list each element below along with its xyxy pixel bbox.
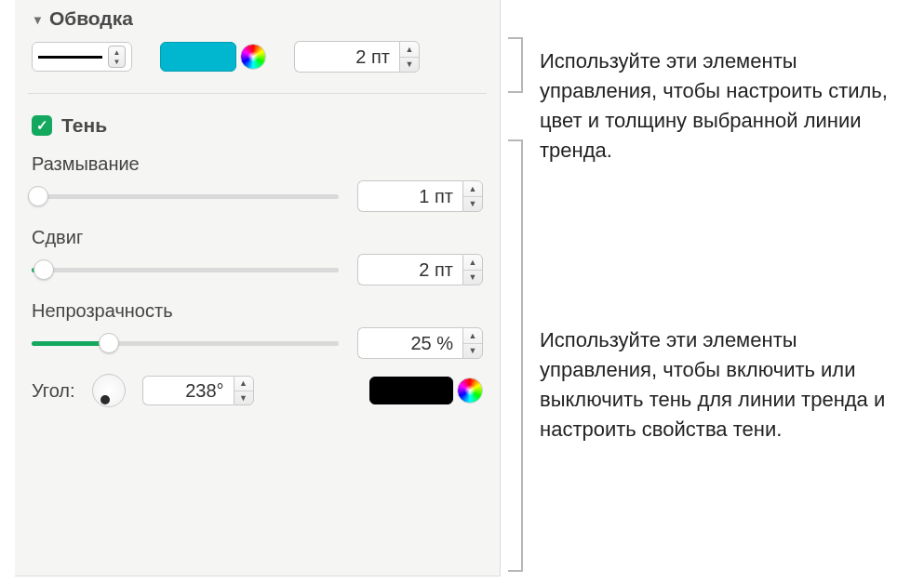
callout-shadow-text: Используйте эти элементы управления, что… — [540, 325, 912, 444]
stepper-up-icon[interactable]: ▲ — [463, 181, 482, 197]
stepper-down-icon[interactable]: ▼ — [400, 58, 419, 73]
callout-bracket-shadow — [510, 139, 523, 572]
offset-stepper[interactable]: 2 пт ▲ ▼ — [357, 254, 483, 285]
stepper-up-icon[interactable]: ▲ — [463, 255, 482, 271]
callout-bracket-stroke — [510, 37, 523, 93]
opacity-label: Непрозрачность — [32, 300, 483, 322]
stepper-up-icon[interactable]: ▲ — [463, 328, 482, 344]
color-wheel-icon[interactable] — [240, 44, 266, 70]
opacity-stepper[interactable]: 25 % ▲ ▼ — [357, 327, 483, 359]
shadow-color-group — [369, 377, 483, 404]
stepper-down-icon[interactable]: ▼ — [234, 391, 253, 405]
offset-input[interactable]: 2 пт — [357, 254, 462, 285]
stroke-title: Обводка — [49, 7, 133, 30]
shadow-title: Тень — [61, 114, 107, 137]
blur-label: Размывание — [32, 153, 483, 175]
stepper-buttons[interactable]: ▲ ▼ — [234, 376, 254, 405]
stroke-controls-row: ▲▼ 2 пт ▲ ▼ — [32, 41, 483, 73]
offset-label: Сдвиг — [32, 227, 483, 248]
shadow-section-header: ✓ Тень — [32, 114, 483, 137]
stroke-thickness-stepper[interactable]: 2 пт ▲ ▼ — [294, 41, 420, 73]
stroke-color-group — [160, 42, 266, 72]
shadow-color-well[interactable] — [369, 377, 453, 404]
stepper-buttons[interactable]: ▲ ▼ — [462, 254, 483, 285]
offset-slider[interactable] — [32, 257, 339, 283]
stepper-buttons[interactable]: ▲ ▼ — [462, 327, 483, 359]
stroke-thickness-input[interactable]: 2 пт — [294, 41, 399, 73]
angle-dial[interactable] — [92, 374, 126, 407]
callout-stroke-text: Используйте эти элементы управления, что… — [540, 46, 912, 166]
stepper-buttons[interactable]: ▲ ▼ — [462, 180, 483, 212]
stroke-color-well[interactable] — [160, 42, 236, 72]
stepper-down-icon[interactable]: ▼ — [463, 197, 482, 212]
offset-group: Сдвиг 2 пт ▲ ▼ — [32, 227, 483, 285]
angle-input[interactable]: 238° — [142, 376, 234, 405]
divider — [28, 93, 487, 94]
stepper-up-icon[interactable]: ▲ — [234, 377, 253, 391]
dropdown-icon: ▲▼ — [108, 46, 126, 68]
line-sample-icon — [38, 56, 102, 59]
opacity-slider[interactable] — [32, 330, 339, 356]
blur-input[interactable]: 1 пт — [357, 180, 462, 212]
angle-indicator-icon — [100, 395, 110, 404]
chevron-down-icon: ▼ — [32, 13, 44, 27]
opacity-group: Непрозрачность 25 % ▲ ▼ — [32, 300, 483, 359]
stroke-section-header[interactable]: ▼ Обводка — [32, 7, 483, 30]
angle-row: Угол: 238° ▲ ▼ — [32, 374, 483, 407]
angle-stepper[interactable]: 238° ▲ ▼ — [142, 376, 254, 405]
blur-stepper[interactable]: 1 пт ▲ ▼ — [357, 180, 483, 212]
stepper-down-icon[interactable]: ▼ — [463, 271, 482, 285]
stepper-down-icon[interactable]: ▼ — [463, 344, 482, 359]
stepper-up-icon[interactable]: ▲ — [400, 42, 419, 58]
angle-label: Угол: — [32, 380, 75, 402]
blur-slider[interactable] — [32, 183, 339, 209]
opacity-input[interactable]: 25 % — [357, 327, 462, 359]
shadow-checkbox[interactable]: ✓ — [32, 115, 52, 136]
line-style-dropdown[interactable]: ▲▼ — [32, 42, 132, 72]
blur-group: Размывание 1 пт ▲ ▼ — [32, 153, 483, 212]
stepper-buttons[interactable]: ▲ ▼ — [399, 41, 420, 73]
inspector-panel: ▼ Обводка ▲▼ 2 пт ▲ ▼ ✓ Тень Размывание — [15, 0, 501, 576]
color-wheel-icon[interactable] — [457, 378, 483, 404]
